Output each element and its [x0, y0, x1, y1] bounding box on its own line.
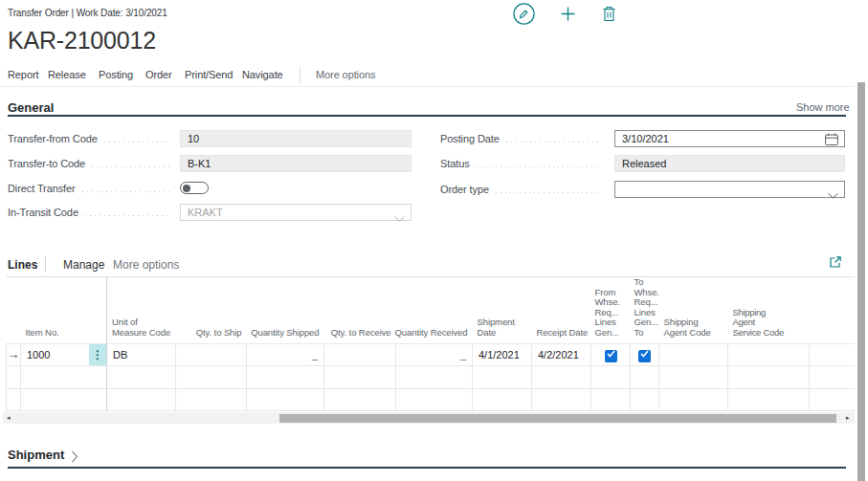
posting-date-field[interactable]: 3/10/2021	[614, 130, 845, 147]
calendar-icon[interactable]	[825, 133, 838, 150]
chevron-right-icon[interactable]	[71, 449, 78, 467]
col-qty-to-ship[interactable]: Qty. to Ship	[176, 277, 247, 343]
col-quantity-shipped[interactable]: Quantity Shipped	[247, 277, 324, 343]
cell-shipment-date[interactable]: 4/1/2021	[473, 343, 532, 366]
delete-trash-icon[interactable]	[602, 6, 616, 26]
grid-header-row: Item No. Unit of Measure Code Qty. to Sh…	[7, 277, 856, 343]
field-label-in-transit: In-Transit Code	[8, 204, 178, 221]
cell-shipping-agent-code[interactable]	[659, 343, 728, 366]
lines-divider	[45, 256, 46, 273]
menu-release[interactable]: Release	[48, 69, 86, 80]
general-heading[interactable]: General	[8, 100, 54, 115]
shipment-heading[interactable]: Shipment	[8, 448, 64, 462]
lines-grid: Item No. Unit of Measure Code Qty. to Sh…	[6, 276, 855, 411]
shipment-divider	[8, 467, 846, 469]
col-shipping-agent-service[interactable]: Shipping Agent Service Code	[728, 277, 810, 343]
menu-divider	[300, 67, 300, 83]
menu-navigate[interactable]: Navigate	[242, 69, 283, 80]
cell-item-no[interactable]: 1000 ⋮	[21, 343, 107, 366]
lines-heading[interactable]: Lines	[8, 258, 37, 272]
transfer-order-page: Transfer Order | Work Date: 3/10/2021 KA…	[0, 0, 868, 481]
menu-more-options[interactable]: More options	[316, 69, 375, 80]
cell-qty-to-receive[interactable]	[324, 343, 396, 366]
direct-transfer-toggle[interactable]	[180, 182, 209, 194]
field-label-status: Status	[440, 155, 609, 172]
add-plus-icon[interactable]	[561, 7, 575, 25]
menu-posting[interactable]: Posting	[99, 69, 133, 80]
cell-quantity-received[interactable]: _	[396, 343, 473, 366]
window-caption: Transfer Order | Work Date: 3/10/2021	[8, 8, 167, 18]
in-transit-code-field[interactable]: KRAKT	[180, 204, 412, 221]
lines-more-options[interactable]: More options	[113, 258, 179, 272]
cell-to-whse-checkbox[interactable]	[631, 343, 659, 366]
checkbox-checked-icon	[638, 350, 651, 362]
field-label-transfer-to: Transfer-to Code	[8, 155, 178, 172]
chevron-down-icon[interactable]	[394, 210, 405, 226]
status-field: Released	[614, 155, 845, 172]
order-type-field[interactable]	[614, 181, 845, 198]
edit-pencil-icon[interactable]	[513, 3, 535, 29]
col-uom[interactable]: Unit of Measure Code	[107, 277, 176, 343]
cell-from-whse-checkbox[interactable]	[591, 343, 631, 366]
menu-print-send[interactable]: Print/Send	[185, 69, 233, 80]
transfer-from-code-field[interactable]: 10	[180, 130, 412, 147]
row-indicator: →	[7, 343, 21, 366]
col-quantity-received[interactable]: Quantity Received	[396, 277, 473, 343]
lines-manage[interactable]: Manage	[63, 258, 104, 272]
page-title: KAR-2100012	[8, 27, 156, 55]
cell-uom[interactable]: DB	[107, 343, 176, 366]
chevron-down-icon[interactable]	[828, 187, 838, 203]
col-receipt-date[interactable]: Receipt Date	[532, 277, 591, 343]
cell-receipt-date[interactable]: 4/2/2021	[532, 343, 591, 366]
cell-extra	[810, 343, 856, 366]
col-arrow	[7, 277, 21, 343]
general-divider	[8, 115, 846, 117]
field-label-posting-date: Posting Date	[440, 130, 609, 147]
col-qty-to-receive[interactable]: Qty. to Receive	[324, 277, 396, 343]
field-label-direct-transfer: Direct Transfer	[8, 180, 178, 197]
action-bar-border	[0, 86, 855, 87]
grid-row-1[interactable]: → 1000 ⋮ DB _ _ 4/1/2021 4/2/2021	[7, 343, 856, 366]
cell-qty-to-ship[interactable]	[176, 343, 247, 366]
open-in-excel-icon[interactable]	[829, 255, 842, 273]
vertical-scrollbar-thumb[interactable]	[857, 82, 865, 481]
menu-report[interactable]: Report	[8, 69, 38, 80]
grid-empty-row[interactable]	[7, 366, 856, 389]
scroll-left-icon[interactable]: ◂	[7, 414, 11, 422]
show-more-link[interactable]: Show more	[796, 101, 850, 113]
col-from-whse[interactable]: From Whse. Req... Lines Gen...	[591, 277, 631, 343]
cell-quantity-shipped[interactable]: _	[247, 343, 324, 366]
checkbox-checked-icon	[605, 350, 617, 362]
field-label-order-type: Order type	[440, 181, 609, 198]
horizontal-scrollbar-thumb[interactable]	[279, 414, 836, 423]
transfer-to-code-field[interactable]: B-K1	[180, 155, 412, 172]
col-to-whse[interactable]: To Whse. Req... Lines Gen... To	[631, 277, 659, 343]
scroll-right-icon[interactable]: ▸	[846, 414, 850, 422]
col-extra	[810, 277, 856, 343]
menu-order[interactable]: Order	[145, 69, 172, 80]
grid-empty-row[interactable]	[7, 388, 856, 411]
col-item-no[interactable]: Item No.	[21, 277, 107, 343]
cell-shipping-agent-service[interactable]	[728, 343, 810, 366]
row-menu-icon[interactable]: ⋮	[89, 344, 106, 366]
col-shipping-agent-code[interactable]: Shipping Agent Code	[659, 277, 728, 343]
field-label-transfer-from: Transfer-from Code	[8, 130, 178, 147]
col-shipment-date[interactable]: Shipment Date	[473, 277, 532, 343]
